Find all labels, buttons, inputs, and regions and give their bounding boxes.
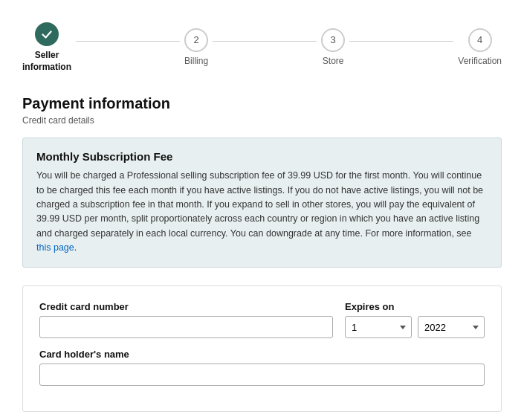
- expires-group: Expires on 1 2 3 4 5 6 7 8 9 10 11 12: [345, 301, 485, 338]
- this-page-link[interactable]: this page: [36, 242, 74, 253]
- expires-month-select[interactable]: 1 2 3 4 5 6 7 8 9 10 11 12: [345, 316, 412, 338]
- form-row-card-expires: Credit card number Expires on 1 2 3 4 5 …: [39, 301, 485, 338]
- cardholder-group: Card holder's name: [39, 349, 485, 386]
- step-label-2: Billing: [184, 56, 208, 68]
- credit-card-input[interactable]: [39, 316, 333, 338]
- form-row-cardholder: Card holder's name: [39, 349, 485, 386]
- info-box-text-end: .: [74, 242, 77, 253]
- expires-label: Expires on: [345, 301, 485, 312]
- step-seller-info[interactable]: Sellerinformation: [22, 22, 71, 73]
- page-title: Payment information: [22, 95, 502, 112]
- step-label-3: Store: [323, 56, 344, 68]
- info-box-body: You will be charged a Professional selli…: [36, 169, 488, 255]
- step-store[interactable]: 3 Store: [321, 28, 345, 68]
- expires-selects: 1 2 3 4 5 6 7 8 9 10 11 12 2022 2023 202…: [345, 316, 485, 338]
- stepper: Sellerinformation 2 Billing 3 Store 4 Ve…: [22, 15, 502, 73]
- step-verification[interactable]: 4 Verification: [458, 28, 502, 68]
- page-subtitle: Credit card details: [22, 115, 502, 126]
- step-label-4: Verification: [458, 56, 502, 68]
- credit-card-group: Credit card number: [39, 301, 333, 338]
- credit-card-label: Credit card number: [39, 301, 333, 312]
- cardholder-input[interactable]: [39, 364, 485, 386]
- connector-2-3: [213, 41, 317, 42]
- connector-3-4: [349, 41, 453, 42]
- step-circle-4: 4: [468, 28, 492, 52]
- info-box-text-before-link: You will be charged a Professional selli…: [36, 170, 483, 239]
- step-label-1: Sellerinformation: [22, 50, 71, 73]
- step-circle-2: 2: [184, 28, 208, 52]
- connector-1-2: [76, 41, 180, 42]
- step-billing[interactable]: 2 Billing: [184, 28, 208, 68]
- expires-year-select[interactable]: 2022 2023 2024 2025 2026 2027 2028 2029 …: [418, 316, 485, 338]
- step-circle-1: [35, 22, 59, 46]
- payment-form-card: Credit card number Expires on 1 2 3 4 5 …: [22, 285, 502, 412]
- step-circle-3: 3: [321, 28, 345, 52]
- info-box-title: Monthly Subscription Fee: [36, 150, 488, 163]
- subscription-info-box: Monthly Subscription Fee You will be cha…: [22, 138, 502, 268]
- cardholder-label: Card holder's name: [39, 349, 485, 360]
